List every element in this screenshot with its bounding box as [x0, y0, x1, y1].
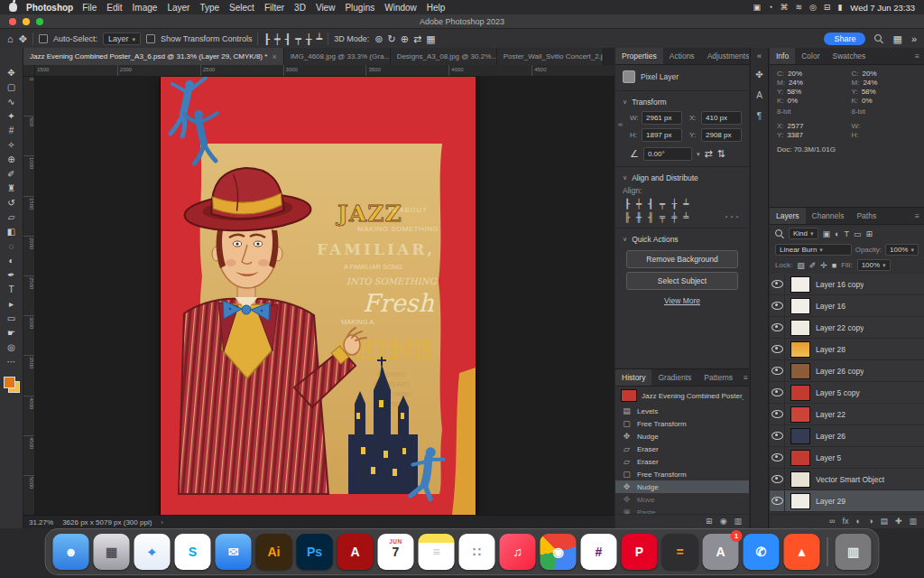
apple-logo-icon[interactable]	[9, 3, 17, 12]
align-icon[interactable]: ┯	[660, 199, 665, 209]
dock-app-store[interactable]: A1	[703, 534, 739, 570]
select-subject-button[interactable]: Select Subject	[626, 272, 738, 290]
menu-item[interactable]: Layer	[167, 3, 189, 13]
layer-row[interactable]: Layer 22	[770, 404, 924, 425]
dock-mail[interactable]: ✉	[216, 534, 252, 570]
history-step[interactable]: ▱Eraser	[615, 443, 749, 455]
layer-thumbnail[interactable]	[790, 320, 810, 336]
menu-item[interactable]: File	[82, 3, 97, 13]
panel-tab[interactable]: Patterns	[698, 369, 739, 386]
x-position-field[interactable]: 410 px	[701, 111, 742, 125]
lock-icon[interactable]: ■	[832, 261, 836, 270]
menu-item[interactable]: Plugins	[345, 3, 374, 13]
dock-safari[interactable]: ⌖	[134, 534, 171, 570]
dock-zoom[interactable]: ✆	[744, 534, 780, 570]
lock-icon[interactable]: ✛	[820, 261, 827, 270]
layer-mask-icon[interactable]: ◐	[856, 517, 861, 526]
crop-tool[interactable]: #	[2, 124, 22, 138]
dock-chrome[interactable]: ◉	[541, 534, 577, 570]
layer-row[interactable]: Layer 22 copy	[770, 317, 924, 339]
status-chevron-icon[interactable]: ›	[161, 518, 163, 527]
menu-item[interactable]: Filter	[264, 3, 284, 13]
history-snapshot[interactable]: Jazz Evening Combined Poster_A...	[615, 387, 749, 405]
kind-filter-dropdown[interactable]: Kind▾	[789, 228, 818, 239]
hand-tool[interactable]: ☛	[2, 326, 22, 340]
history-step[interactable]: ▣Paste	[615, 506, 749, 514]
lasso-tool[interactable]: ∿	[2, 95, 22, 109]
document-tab[interactable]: Designs_A3_08.jpg @ 30.2%...×	[391, 48, 497, 65]
layer-row[interactable]: Layer 26 copy	[770, 360, 924, 382]
auto-select-dropdown[interactable]: Layer▾	[103, 33, 141, 45]
document-tab[interactable]: Jazz Evening Combined Poster_A3_6.psd @ …	[23, 48, 284, 65]
poster-document[interactable]: JAZZ IS ABOUT MAKING SOMETHING FAMILIAR,…	[161, 77, 476, 515]
panel-tab[interactable]: Properties	[615, 48, 663, 64]
y-position-field[interactable]: 2908 px	[701, 128, 742, 142]
blend-mode-dropdown[interactable]: Linear Burn▾	[775, 244, 852, 256]
move-tool[interactable]: ✥	[2, 66, 22, 80]
align-icon[interactable]: ┿	[636, 199, 642, 209]
3d-mode-icon[interactable]: ▦	[426, 34, 435, 44]
layer-filter-icon[interactable]: ▣	[823, 229, 831, 238]
collapsed-history-panel-icon[interactable]: ✤	[755, 70, 762, 79]
dock-slack[interactable]: #	[581, 534, 617, 570]
show-transform-checkbox[interactable]	[146, 34, 155, 43]
menu-item[interactable]: Select	[229, 3, 254, 13]
section-chevron-icon[interactable]: ∨	[623, 98, 627, 106]
menubar-clock[interactable]: Wed 7 Jun 23:33	[850, 3, 915, 13]
panel-tab[interactable]: Layers	[770, 208, 806, 224]
dock-photoshop[interactable]: Ps	[297, 534, 333, 570]
current-tool-icon[interactable]: ✥	[19, 34, 27, 44]
3d-mode-icon[interactable]: ⊕	[401, 34, 409, 44]
layer-visibility-toggle[interactable]	[770, 404, 785, 424]
align-icon[interactable]: ╁	[306, 34, 312, 44]
document-tab[interactable]: Poster_Wall_Svitlo Concert_2.jp×	[497, 48, 604, 65]
3d-mode-icon[interactable]: ⊚	[374, 34, 383, 44]
eraser-tool[interactable]: ▱	[2, 210, 22, 225]
panel-tab[interactable]: Swatches	[827, 48, 873, 64]
layer-thumbnail[interactable]	[790, 363, 810, 379]
align-icon[interactable]: ┨	[648, 199, 653, 209]
healing-brush-tool[interactable]: ⊕	[2, 153, 22, 167]
workspace-icon[interactable]: ▦	[892, 34, 901, 44]
zoom-tool[interactable]: ◎	[2, 340, 22, 355]
document-tab[interactable]: IMG_4608.jpg @ 33.3% (Gra...×	[284, 48, 391, 65]
layer-row[interactable]: Layer 16 copy	[770, 274, 924, 295]
layer-row[interactable]: Layer 5 copy	[770, 382, 924, 404]
pen-tool[interactable]: ✒	[2, 268, 22, 283]
dock-calendar[interactable]: JUN7	[378, 534, 414, 570]
more-align-options-icon[interactable]: ···	[724, 212, 740, 222]
eyedropper-tool[interactable]: ✧	[2, 138, 22, 153]
dodge-tool[interactable]: ◐	[2, 254, 22, 268]
layer-visibility-toggle[interactable]	[770, 469, 785, 489]
view-more-link[interactable]: View More	[615, 296, 749, 305]
layer-thumbnail[interactable]	[790, 276, 810, 293]
layer-thumbnail[interactable]	[790, 493, 810, 509]
distribute-icon[interactable]: ╧	[683, 212, 688, 222]
history-step[interactable]: ✥Nudge	[615, 430, 749, 443]
layer-visibility-toggle[interactable]	[770, 339, 785, 359]
layer-thumbnail[interactable]	[790, 428, 810, 444]
panel-menu-icon[interactable]: ≡	[739, 369, 749, 386]
new-document-from-state-icon[interactable]: ⊞	[706, 517, 713, 526]
layer-row[interactable]: Layer 29	[770, 490, 924, 512]
distribute-icon[interactable]: ╪	[671, 212, 677, 222]
menu-item[interactable]: Image	[133, 3, 158, 13]
align-icon[interactable]: ┷	[317, 34, 323, 44]
height-field[interactable]: 1897 px	[642, 128, 682, 142]
dock-music[interactable]: ♫	[500, 534, 536, 570]
distribute-icon[interactable]: ╢	[648, 212, 653, 222]
flip-vertical-icon[interactable]: ⇅	[717, 149, 725, 159]
layer-visibility-toggle[interactable]	[770, 447, 785, 468]
align-icon[interactable]: ┷	[683, 199, 688, 209]
layer-thumbnail[interactable]	[790, 298, 810, 314]
menu-item[interactable]: Type	[199, 3, 219, 13]
section-chevron-icon[interactable]: ∨	[623, 236, 627, 243]
history-step[interactable]: ▢Free Transform	[615, 417, 749, 430]
zoom-window-button[interactable]	[36, 18, 43, 25]
panel-tab[interactable]: Actions	[663, 48, 701, 64]
panel-tab[interactable]: Gradients	[651, 369, 698, 386]
history-step[interactable]: ▱Eraser	[615, 455, 749, 468]
3d-mode-icon[interactable]: ↻	[387, 34, 395, 44]
layer-group-icon[interactable]: ▤	[880, 517, 888, 526]
layer-visibility-toggle[interactable]	[770, 295, 785, 316]
